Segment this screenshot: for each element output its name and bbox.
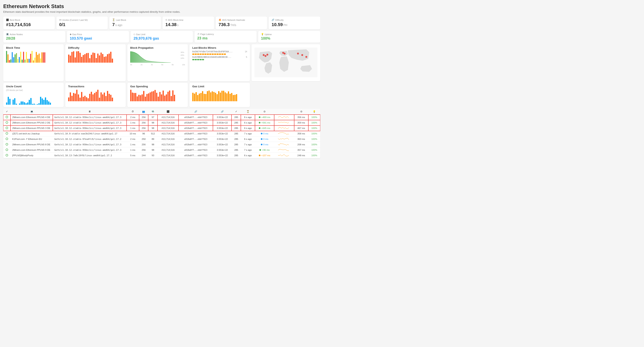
cell-uptime: 100% [308, 115, 320, 120]
bar [27, 59, 28, 63]
bar [35, 104, 36, 105]
bar [20, 101, 22, 105]
cell-block-hash: a918a0f7...ebbff923 [178, 131, 213, 136]
bar [208, 90, 210, 101]
bar [73, 93, 74, 101]
prop-y-labels: 30%20%10% [180, 51, 184, 60]
bar [74, 94, 76, 101]
cell-prop-sparkline [274, 125, 294, 131]
cell-block-hash: a918a0f7...ebbff923 [178, 153, 213, 158]
bar [18, 59, 18, 63]
bar [230, 94, 231, 101]
table-row: 2Miners.com Ethereum PPLNS 9 DE Geth/v1.… [3, 147, 320, 153]
cell-diff: 3.553e+22 [213, 125, 232, 131]
propagation-indicator [259, 116, 260, 118]
stat-uncles-value: 0/1 [59, 22, 105, 27]
monitor-icon: 💻 [6, 33, 9, 35]
bar [8, 54, 8, 63]
cell-client: Geth/v1.10.12-stable-950ec1cc/linux-amd6… [53, 147, 126, 153]
bar [202, 91, 203, 101]
table-row: (ZET) zet-tech.eu | backup Geth/v1.10.9-… [3, 131, 320, 136]
bar [29, 100, 30, 105]
block-time-title: Block Time [6, 46, 61, 49]
bar [108, 53, 110, 63]
miner-item-1: 0xEA674fdDe714fd979de3EdF0F56A... 14 [192, 50, 247, 53]
bar [45, 97, 46, 105]
cell-block-hash: a918a0f7...ebbff923 [178, 147, 213, 153]
block-time-chart: Block Time [3, 44, 64, 81]
bar [112, 98, 113, 101]
bar [88, 53, 89, 63]
sparkline-svg [278, 143, 290, 145]
bar [92, 52, 94, 63]
bar [19, 103, 20, 105]
cell-prop-sparkline [274, 142, 294, 147]
bar [9, 60, 10, 63]
cell-status [3, 153, 10, 158]
bar [194, 94, 195, 101]
bar [89, 94, 90, 101]
stat-gas-limit-label: ◇ Gas Limit [134, 33, 190, 35]
propagation-indicator [261, 144, 262, 145]
propagation-value: +469 ms [261, 116, 270, 118]
bar [26, 52, 27, 63]
th-prop-bar [274, 109, 294, 115]
bar [83, 55, 84, 63]
cell-pending: 98 [148, 120, 158, 125]
bar [100, 52, 102, 63]
bar [12, 100, 14, 105]
stat-active-nodes-label: 💻 Active Nodes [6, 33, 62, 35]
miner-bar-segment [192, 53, 194, 55]
bar [156, 93, 157, 101]
status-circle [6, 132, 8, 135]
th-propagation: ⊙ [255, 109, 274, 115]
stat-last-block-value: 7s ago [112, 22, 158, 27]
miner-item-2: 0x829BD824B016326A401d083B33D... 5 [192, 56, 247, 58]
clock-icon: ⊙ [166, 18, 167, 21]
stat-best-block-value: #13,714,516 [6, 22, 52, 27]
bar [12, 52, 13, 63]
charts-row-1: Block Time Difficulty Block Propagation [3, 44, 320, 81]
cell-avg-propagation: 358 ms [294, 131, 308, 136]
bar [32, 104, 33, 105]
node-table: ✓ 💻 🖥 ⏱ 👥 🛸 ⬛ 🔗 🔗 ✓ ⏳ ⊙ ⊙ 💡 [3, 109, 320, 158]
gas-spending-title: Gas Spending [130, 85, 185, 88]
bar [107, 54, 108, 63]
bar [234, 95, 236, 101]
bar [140, 95, 141, 101]
cell-client: Geth/v1.10.13-7a0c19f8/linux-amd64/go1.1… [53, 153, 126, 158]
stats-row-2: 💻 Active Nodes 28/28 ◆ Gas Price 103.570… [3, 31, 320, 43]
cell-prop-sparkline [274, 136, 294, 142]
bar [97, 90, 98, 101]
gas-limit-chart-title: Gas Limit [192, 85, 247, 88]
cell-status [3, 131, 10, 136]
cell-propagation: 0 ms [255, 142, 274, 147]
cell-diff: 3.553e+22 [213, 147, 232, 153]
cell-peers: 256 [139, 120, 148, 125]
bar [50, 103, 51, 105]
cell-propagation: +591 ms [255, 120, 274, 125]
stat-best-block: ⬛ Best Block #13,714,516 [3, 16, 55, 29]
map-spacer [252, 83, 320, 107]
transactions-card: Transactions [65, 83, 126, 107]
bar [83, 97, 84, 101]
th-diff: 🔗 [213, 109, 232, 115]
bar [205, 94, 206, 101]
bar [108, 94, 110, 101]
cell-prop-sparkline [274, 131, 294, 136]
stat-avg-hashrate: 🔥 AVG Network Hashrate 736.3TH/s [216, 16, 267, 29]
bar [6, 102, 7, 105]
sparkline-svg [278, 116, 290, 118]
cell-block: #13,714,516 [158, 115, 178, 120]
bar [145, 97, 146, 101]
bar [30, 54, 31, 63]
bar [104, 57, 105, 63]
cell-block-hash: a918a0f7...ebbff923 [178, 142, 213, 147]
bar [22, 101, 24, 105]
sparkline-svg [278, 149, 290, 151]
miner-bar-segment [200, 59, 202, 60]
bar [34, 104, 35, 105]
bar [40, 97, 41, 105]
propagation-indicator [260, 149, 261, 151]
table-row: K1Pool.com ↗ Ethereum EU Geth/v1.10.12-s… [3, 136, 320, 142]
